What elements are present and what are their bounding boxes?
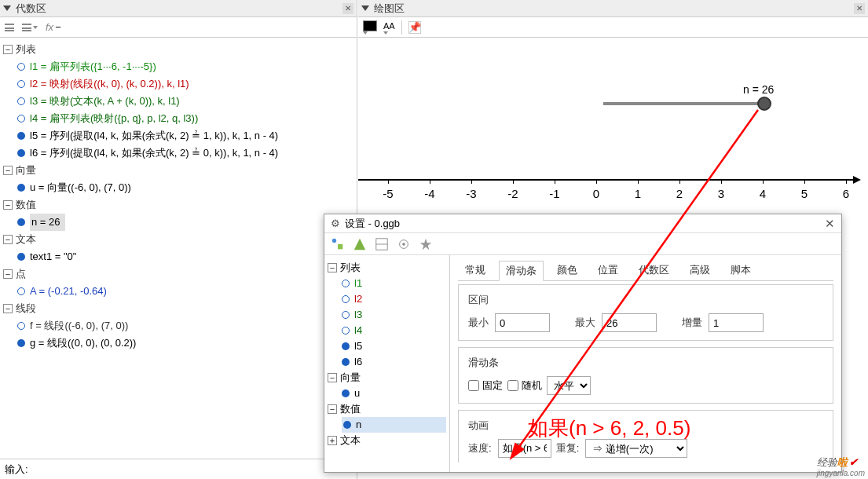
visibility-toggle[interactable] [342, 311, 350, 319]
tree-toggle[interactable]: − [3, 235, 13, 244]
item-l6[interactable]: l6 = 序列(提取(l4, k, 如果(余式(k, 2) ≟ 0, k)), … [30, 144, 278, 162]
tab-script[interactable]: 脚本 [723, 260, 758, 280]
item-text1[interactable]: text1 = "0" [30, 248, 76, 265]
visibility-toggle[interactable] [342, 295, 350, 303]
tree-toggle[interactable]: − [3, 45, 13, 54]
input-field[interactable] [33, 463, 352, 475]
item-A[interactable]: A = (-0.21, -0.64) [30, 283, 107, 300]
item-n[interactable]: n = 26 [30, 214, 65, 231]
item-u[interactable]: u = 向量((-6, 0), (7, 0)) [30, 179, 131, 196]
item-g[interactable]: g = 线段((0, 0), (0, 0.2)) [30, 335, 136, 352]
font-size-button[interactable]: AA [383, 20, 395, 35]
graphics-close-icon[interactable]: ✕ [854, 3, 865, 14]
algebra-title-text: 代数区 [16, 2, 342, 16]
tree-toggle[interactable]: + [328, 436, 337, 445]
objects-icon[interactable] [331, 237, 345, 251]
visibility-toggle[interactable] [17, 149, 25, 157]
visibility-toggle[interactable] [17, 253, 25, 261]
tab-position[interactable]: 位置 [591, 260, 625, 280]
tree-toggle[interactable]: − [3, 166, 13, 175]
min-input[interactable] [495, 313, 550, 332]
dtree-text[interactable]: 文本 [340, 433, 361, 448]
tab-color[interactable]: 颜色 [550, 260, 584, 280]
svg-point-6 [402, 243, 405, 246]
item-l2[interactable]: l2 = 映射(线段((k, 0), (k, 0.2)), k, l1) [30, 75, 189, 93]
dtree-l1[interactable]: l1 [354, 276, 362, 291]
visibility-toggle[interactable] [17, 218, 25, 226]
orientation-select[interactable]: 水平 [547, 376, 591, 395]
slider-track[interactable] [603, 102, 764, 105]
defaults-icon[interactable] [397, 237, 411, 251]
cat-text[interactable]: 文本 [16, 231, 36, 248]
algebra-sort-button[interactable] [5, 24, 14, 31]
item-l4[interactable]: l4 = 扁平列表(映射({p, q}, p, l2, q, l3)) [30, 110, 198, 127]
random-checkbox[interactable] [507, 380, 518, 391]
visibility-toggle[interactable] [342, 280, 350, 287]
color-picker[interactable] [363, 20, 377, 35]
axis-tick [679, 179, 680, 184]
dtree-n[interactable]: n [356, 417, 361, 433]
algebra-collapse-toggle[interactable] [3, 5, 11, 11]
cat-segment[interactable]: 线段 [16, 300, 36, 317]
visibility-toggle[interactable] [17, 115, 25, 122]
tree-toggle[interactable]: − [328, 263, 337, 272]
visibility-toggle[interactable] [17, 97, 25, 105]
item-l5[interactable]: l5 = 序列(提取(l4, k, 如果(余式(k, 2) ≟ 1, k)), … [30, 127, 278, 144]
tab-advanced[interactable]: 高级 [683, 260, 717, 280]
visibility-toggle[interactable] [17, 63, 25, 71]
cat-point[interactable]: 点 [16, 265, 26, 283]
visibility-toggle[interactable] [17, 80, 25, 88]
tree-toggle[interactable]: − [328, 404, 337, 414]
visibility-toggle[interactable] [17, 339, 25, 347]
dtree-u[interactable]: u [354, 386, 360, 401]
visibility-toggle[interactable] [342, 389, 350, 397]
tree-toggle[interactable]: − [328, 373, 337, 382]
dtree-l3[interactable]: l3 [354, 307, 362, 323]
dialog-title-text: 设置 - 0.ggb [345, 217, 400, 231]
max-input[interactable] [602, 313, 657, 332]
graphics-canvas[interactable]: n = 26 -5-4-3-2-10123456 [358, 38, 868, 226]
cat-number[interactable]: 数值 [16, 196, 36, 214]
slider-knob[interactable] [757, 97, 771, 111]
graphics-collapse-toggle[interactable] [361, 5, 369, 11]
visibility-toggle[interactable] [342, 342, 350, 350]
tree-toggle[interactable]: − [3, 200, 13, 210]
visibility-toggle[interactable] [17, 287, 25, 295]
fixed-checkbox[interactable] [468, 380, 479, 391]
tab-general[interactable]: 常规 [458, 260, 493, 280]
visibility-toggle[interactable] [17, 322, 25, 330]
dialog-close-button[interactable]: ✕ [825, 217, 835, 231]
axis-tick [763, 179, 764, 184]
dtree-list[interactable]: 列表 [340, 260, 361, 276]
tab-slider[interactable]: 滑动条 [499, 261, 544, 281]
item-l3[interactable]: l3 = 映射(文本(k, A + (k, 0)), k, l1) [30, 93, 180, 110]
tree-toggle[interactable]: − [3, 269, 13, 279]
algebra-close-icon[interactable]: ✕ [342, 3, 353, 14]
dtree-vector[interactable]: 向量 [340, 370, 361, 386]
visibility-toggle[interactable] [343, 421, 351, 429]
visibility-toggle[interactable] [342, 358, 350, 366]
dtree-l5[interactable]: l5 [354, 338, 362, 354]
dtree-l4[interactable]: l4 [354, 323, 362, 338]
algebra-fx-button[interactable]: fx− [46, 21, 61, 33]
visibility-toggle[interactable] [17, 184, 25, 192]
incr-input[interactable] [709, 313, 764, 332]
item-f[interactable]: f = 线段((-6, 0), (7, 0)) [30, 317, 128, 335]
visibility-toggle[interactable] [342, 327, 350, 335]
dtree-l2[interactable]: l2 [354, 291, 362, 307]
pin-button[interactable]: 📌 [408, 21, 421, 34]
advanced-icon[interactable] [419, 237, 433, 251]
algebra-order-button[interactable] [22, 24, 38, 31]
dialog-titlebar[interactable]: ⚙ 设置 - 0.ggb ✕ [324, 214, 841, 233]
item-l1[interactable]: l1 = 扁平列表({1···6, -1···-5}) [30, 58, 156, 75]
tab-algebra[interactable]: 代数区 [632, 260, 676, 280]
cat-vector[interactable]: 向量 [16, 162, 36, 179]
visibility-toggle[interactable] [17, 132, 25, 140]
cat-list[interactable]: 列表 [16, 41, 36, 58]
speed-label: 速度: [468, 441, 492, 455]
layout-icon[interactable] [375, 237, 389, 251]
graphics-icon[interactable] [353, 237, 367, 251]
dtree-number[interactable]: 数值 [340, 401, 361, 417]
dtree-l6[interactable]: l6 [354, 354, 362, 370]
tree-toggle[interactable]: − [3, 304, 13, 313]
